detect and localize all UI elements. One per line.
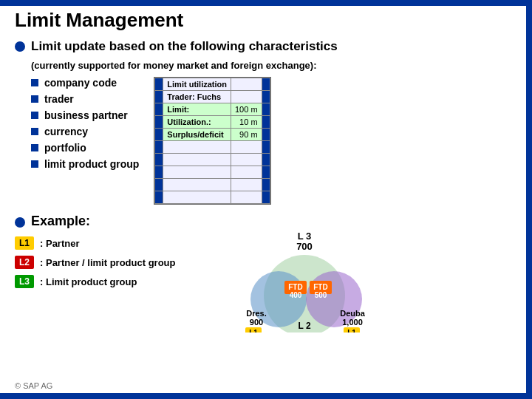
venn-diagram: L 3 700 Dres. 900 L1 FTD 400 (190, 229, 412, 332)
l2-label: L 2 (299, 321, 311, 331)
section1-title: Limit update based on the following char… (31, 39, 338, 54)
table-row: Limit: 100 m (155, 103, 270, 116)
badge-l2: L2 (15, 256, 34, 269)
copyright: © SAP AG (15, 381, 52, 390)
table-row (155, 191, 270, 204)
char-item-label: trader (44, 93, 74, 105)
char-item-label: portfolio (44, 142, 86, 154)
ftd-400-value: 400 (290, 291, 302, 299)
l1-badge-right-text: L1 (348, 329, 357, 332)
char-bullet (31, 112, 38, 119)
list-item: business partner (31, 109, 139, 121)
limit-table: Limit utilization Trader: Fuchs Limit: 1… (154, 77, 270, 205)
ftd-label-right: FTD (314, 283, 328, 291)
subtitle: (currently supported for money market an… (31, 60, 517, 71)
list-item: currency (31, 126, 139, 137)
legend-item-l1: L1 : Partner (15, 236, 175, 250)
dres-label: Dres. (247, 309, 267, 318)
table-row: Utilization.: 10 m (155, 116, 270, 129)
badge-l3: L3 (15, 275, 34, 288)
ftd-label-left: FTD (289, 283, 303, 291)
list-item: portfolio (31, 142, 139, 154)
legend-item-l2: L2 : Partner / limit product group (15, 256, 175, 269)
list-item: trader (31, 93, 139, 105)
char-item-label: business partner (44, 109, 128, 121)
legend-text-l3: : Limit product group (40, 276, 137, 287)
l3-value: 700 (297, 241, 313, 252)
example-layout: L1 : Partner L2 : Partner / limit produc… (15, 236, 517, 332)
list-item: limit product group (31, 158, 139, 170)
char-bullet (31, 95, 38, 103)
char-bullet (31, 79, 38, 86)
char-item-label: currency (44, 126, 88, 137)
l1-badge-left-text: L1 (250, 329, 259, 332)
legend-list: L1 : Partner L2 : Partner / limit produc… (15, 236, 175, 294)
char-item-label: company code (44, 77, 117, 89)
table-row: Limit utilization (155, 78, 270, 91)
list-item: company code (31, 77, 139, 89)
table-row (155, 166, 270, 179)
top-bar (0, 0, 532, 6)
char-list: company code trader business partner cur… (31, 77, 139, 205)
section1-header: Limit update based on the following char… (15, 39, 517, 54)
example-header: Example: (15, 214, 517, 229)
table-row (155, 141, 270, 154)
bullet-circle-1 (15, 41, 25, 52)
char-bullet (31, 128, 38, 135)
bullet-circle-2 (15, 217, 25, 228)
badge-l1: L1 (15, 236, 34, 250)
char-bullet (31, 160, 38, 168)
legend-item-l3: L3 : Limit product group (15, 275, 175, 288)
table-row: Trader: Fuchs (155, 91, 270, 103)
dres-value: 900 (250, 318, 263, 327)
deuba-label: Deuba (341, 309, 366, 318)
example-section: Example: L1 : Partner L2 : Partner / lim… (15, 214, 517, 332)
example-title: Example: (31, 214, 90, 229)
main-content: Limit Management Limit update based on t… (15, 9, 517, 384)
table-row (155, 179, 270, 191)
ftd-500-value: 500 (315, 291, 327, 299)
right-accent (526, 0, 532, 399)
char-bullet (31, 144, 38, 151)
l3-label: L 3 (298, 231, 312, 242)
bottom-bar (0, 393, 532, 399)
table-row (155, 154, 270, 166)
legend-text-l2: : Partner / limit product group (40, 257, 175, 268)
table-row: Surplus/deficit 90 m (155, 129, 270, 141)
characteristics-layout: company code trader business partner cur… (31, 77, 517, 205)
legend-text-l1: : Partner (40, 238, 79, 249)
deuba-value: 1,000 (343, 318, 364, 327)
page-title: Limit Management (15, 9, 517, 32)
char-item-label: limit product group (44, 158, 139, 170)
